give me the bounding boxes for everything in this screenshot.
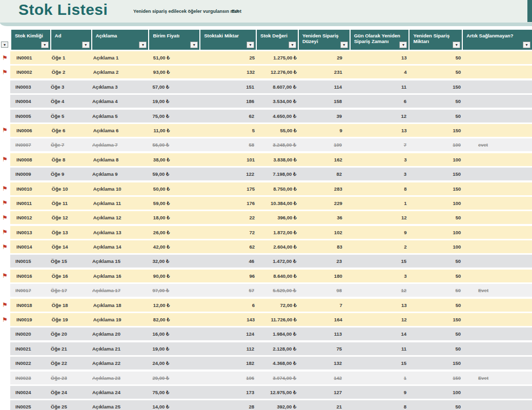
cell-description[interactable]: Açıklama 1 (92, 51, 149, 64)
cell-discontinued[interactable] (463, 327, 532, 340)
cell-reorder-level[interactable]: 39 (298, 110, 349, 122)
cell-reorder-days[interactable]: 7 (350, 138, 408, 151)
cell-description[interactable]: Açıklama 21 (91, 342, 148, 355)
cell-reorder-qty[interactable]: 50 (410, 342, 462, 355)
cell-qty-in-stock[interactable]: 28 (200, 400, 255, 410)
cell-reorder-level[interactable]: 132 (298, 357, 349, 370)
cell-qty-in-stock[interactable]: 72 (200, 226, 256, 239)
cell-reorder-level[interactable]: 162 (299, 153, 350, 166)
filter-dropdown-icon[interactable]: ▾ (453, 42, 460, 48)
filter-dropdown-icon[interactable]: ▾ (82, 42, 90, 48)
cell-unit-price[interactable]: 59,00 ₺ (149, 168, 199, 180)
cell-discontinued[interactable] (463, 153, 532, 166)
cell-reorder-level[interactable]: 82 (298, 168, 349, 180)
cell-qty-in-stock[interactable]: 182 (200, 357, 255, 370)
cell-unit-price[interactable]: 11,00 ₺ (149, 124, 199, 137)
cell-qty-in-stock[interactable]: 143 (200, 313, 256, 326)
cell-reorder-qty[interactable]: 50 (410, 95, 462, 108)
cell-name[interactable]: Öğe 15 (50, 255, 90, 268)
cell-qty-in-stock[interactable]: 58 (200, 138, 255, 151)
cell-stock-id[interactable]: IN0006 (11, 124, 50, 137)
cell-qty-in-stock[interactable]: 173 (200, 386, 255, 399)
cell-reorder-days[interactable]: 1 (350, 372, 408, 384)
col-header-discontinued[interactable]: Artık Sağlanmayan? ▾ (463, 30, 532, 50)
cell-stock-id[interactable]: IN0008 (11, 153, 50, 166)
filter-dropdown-icon[interactable]: ▾ (399, 42, 407, 48)
cell-reorder-qty[interactable]: 50 (410, 255, 462, 268)
cell-unit-price[interactable]: 32,00 ₺ (149, 255, 199, 268)
cell-reorder-qty[interactable]: 150 (410, 80, 462, 93)
cell-stock-value[interactable]: 2.604,00 ₺ (257, 240, 298, 253)
cell-description[interactable]: Açıklama 13 (92, 226, 149, 239)
cell-stock-value[interactable]: 8.750,00 ₺ (257, 182, 298, 195)
cell-reorder-level[interactable]: 83 (299, 240, 350, 253)
cell-unit-price[interactable]: 93,00 ₺ (149, 66, 199, 78)
cell-reorder-days[interactable]: 11 (350, 80, 408, 93)
col-header-reorder-days[interactable]: Gün Olarak Yeniden Sipariş Zamanı ▾ (351, 30, 409, 50)
cell-reorder-qty[interactable]: 50 (410, 400, 462, 410)
cell-qty-in-stock[interactable]: 112 (200, 342, 255, 355)
col-header-stock-value[interactable]: Stok Değeri ▾ (257, 30, 298, 50)
cell-description[interactable]: Açıklama 7 (91, 138, 148, 151)
cell-unit-price[interactable]: 82,00 ₺ (149, 313, 199, 326)
cell-stock-value[interactable]: 11.726,00 ₺ (257, 313, 298, 326)
cell-reorder-level[interactable]: 283 (299, 182, 350, 195)
cell-stock-id[interactable]: IN0005 (10, 110, 49, 122)
cell-stock-id[interactable]: IN0024 (10, 386, 49, 399)
cell-reorder-level[interactable]: 127 (298, 386, 349, 399)
cell-reorder-level[interactable]: 75 (298, 342, 349, 355)
cell-discontinued[interactable] (463, 51, 532, 64)
cell-stock-id[interactable]: IN0012 (11, 211, 50, 224)
cell-description[interactable]: Açıklama 19 (92, 313, 149, 326)
cell-name[interactable]: Öğe 10 (51, 182, 91, 195)
cell-stock-id[interactable]: IN0011 (11, 197, 50, 210)
cell-stock-id[interactable]: IN0013 (11, 226, 50, 239)
cell-stock-id[interactable]: IN0018 (11, 299, 50, 312)
cell-unit-price[interactable]: 26,00 ₺ (149, 226, 199, 239)
cell-reorder-qty[interactable]: 50 (410, 211, 462, 224)
cell-stock-value[interactable]: 10.384,00 ₺ (257, 197, 298, 210)
cell-description[interactable]: Açıklama 2 (92, 66, 149, 78)
cell-description[interactable]: Açıklama 24 (91, 386, 148, 399)
cell-stock-value[interactable]: 4.368,00 ₺ (256, 357, 297, 370)
cell-stock-id[interactable]: IN0019 (11, 313, 50, 326)
cell-stock-value[interactable]: 396,00 ₺ (257, 211, 298, 224)
cell-stock-value[interactable]: 1.872,00 ₺ (257, 226, 298, 239)
cell-reorder-qty[interactable]: 150 (410, 168, 462, 180)
cell-discontinued[interactable] (463, 357, 532, 370)
cell-reorder-days[interactable]: 15 (350, 255, 408, 268)
cell-reorder-qty[interactable]: 150 (410, 372, 462, 384)
cell-reorder-level[interactable]: 98 (298, 284, 349, 297)
cell-stock-value[interactable]: 1.984,00 ₺ (256, 327, 297, 340)
cell-reorder-days[interactable]: 8 (350, 400, 408, 410)
cell-unit-price[interactable]: 12,00 ₺ (149, 299, 199, 312)
cell-reorder-level[interactable]: 113 (298, 327, 349, 340)
cell-discontinued[interactable] (463, 313, 532, 326)
cell-reorder-qty[interactable]: 150 (410, 357, 462, 370)
cell-name[interactable]: Öğe 12 (51, 211, 91, 224)
cell-qty-in-stock[interactable]: 6 (200, 299, 256, 312)
cell-reorder-days[interactable]: 15 (350, 357, 408, 370)
cell-reorder-days[interactable]: 3 (351, 270, 409, 282)
cell-name[interactable]: Öğe 3 (50, 80, 90, 93)
cell-discontinued[interactable]: Evet (463, 372, 532, 384)
cell-unit-price[interactable]: 50,00 ₺ (149, 182, 199, 195)
cell-description[interactable]: Açıklama 15 (91, 255, 148, 268)
cell-reorder-days[interactable]: 13 (351, 299, 409, 312)
cell-discontinued[interactable] (463, 168, 532, 180)
cell-qty-in-stock[interactable]: 5 (200, 124, 256, 137)
cell-stock-value[interactable]: 3.248,00 ₺ (256, 138, 297, 151)
cell-discontinued[interactable] (463, 400, 532, 410)
cell-discontinued[interactable] (463, 270, 532, 282)
cell-reorder-level[interactable]: 114 (298, 80, 349, 93)
cell-reorder-level[interactable]: 158 (298, 95, 349, 108)
cell-stock-id[interactable]: IN0002 (11, 66, 50, 78)
col-header-name[interactable]: Ad ▾ (51, 30, 91, 50)
cell-unit-price[interactable]: 24,00 ₺ (149, 357, 199, 370)
cell-qty-in-stock[interactable]: 22 (200, 211, 256, 224)
cell-stock-value[interactable]: 5.529,00 ₺ (256, 284, 297, 297)
cell-qty-in-stock[interactable]: 57 (200, 284, 255, 297)
cell-discontinued[interactable] (463, 80, 532, 93)
cell-unit-price[interactable]: 19,00 ₺ (149, 342, 199, 355)
filter-dropdown-icon[interactable]: ▾ (190, 42, 198, 48)
